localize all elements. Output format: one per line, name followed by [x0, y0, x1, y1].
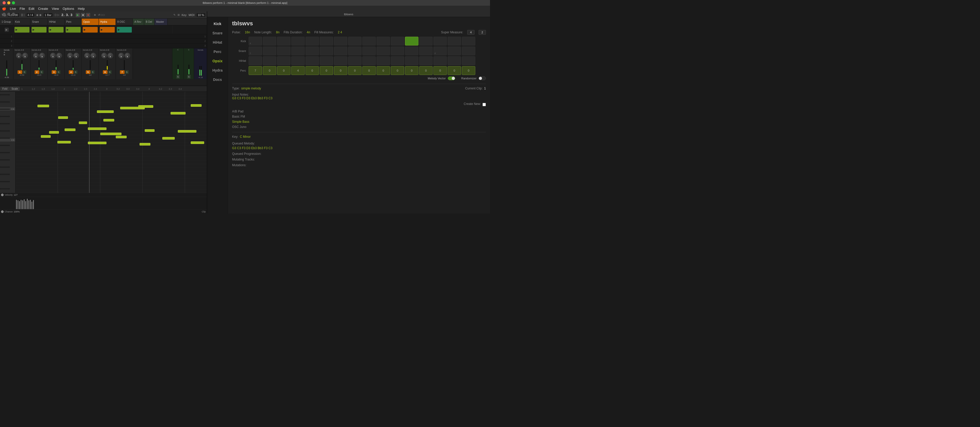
- pulse-value[interactable]: 16n: [245, 30, 250, 34]
- perc-cell-12[interactable]: 0: [405, 66, 418, 75]
- nav-hydra[interactable]: Hydra: [207, 66, 228, 75]
- note-block[interactable]: [178, 130, 196, 132]
- 8osc-s-btn[interactable]: S: [125, 70, 129, 74]
- hihat-cell-10[interactable]: [377, 56, 390, 65]
- nav-kick[interactable]: Kick: [207, 19, 228, 29]
- snare-s-btn[interactable]: S: [40, 70, 43, 74]
- group-clip-cell[interactable]: ▶: [0, 25, 13, 34]
- note-block[interactable]: [65, 129, 75, 131]
- kick-clip-cell[interactable]: ▶: [13, 26, 30, 33]
- note-block[interactable]: [162, 137, 175, 140]
- snare-cell-9[interactable]: [362, 46, 376, 55]
- key-value[interactable]: C Minor: [240, 135, 251, 139]
- note-block[interactable]: [38, 105, 49, 107]
- note-block[interactable]: [88, 127, 107, 130]
- super-measure-input-1[interactable]: [467, 30, 474, 35]
- opsix-knob-a[interactable]: [84, 53, 90, 58]
- menu-file[interactable]: File: [20, 7, 25, 11]
- master-fader-r[interactable]: [201, 66, 202, 76]
- kick-cell-2[interactable]: [263, 37, 276, 46]
- note-block[interactable]: [49, 131, 59, 134]
- 8osc-clip-cell[interactable]: ▶: [116, 26, 133, 33]
- snare-cell-5[interactable]: [305, 46, 319, 55]
- kick-cell-14[interactable]: [433, 37, 447, 46]
- perc-cell-4[interactable]: 4: [291, 66, 305, 75]
- hihat-fader[interactable]: [56, 60, 57, 70]
- 8osc-clip[interactable]: ▶: [117, 27, 132, 33]
- hydra-knob-b[interactable]: [108, 53, 113, 58]
- note-block[interactable]: [191, 142, 204, 144]
- group-fader-track[interactable]: [6, 60, 7, 76]
- hihat-cell-3[interactable]: [277, 56, 291, 65]
- opsix-knob-b[interactable]: [91, 53, 96, 58]
- hihat-cell-14[interactable]: [433, 56, 447, 65]
- nav-hihat[interactable]: HiHat: [207, 38, 228, 47]
- apple-menu[interactable]: 🍎: [2, 7, 6, 11]
- kick-cell-10[interactable]: [377, 37, 390, 46]
- hihat-cell-4[interactable]: [291, 56, 305, 65]
- note-block[interactable]: [140, 143, 150, 145]
- a-rev-s[interactable]: S: [176, 75, 180, 78]
- note-block[interactable]: [79, 121, 87, 124]
- note-block[interactable]: [57, 141, 71, 143]
- snare-cell-2[interactable]: [263, 46, 276, 55]
- opsix-clip-cell[interactable]: ▶: [82, 26, 99, 33]
- zoom-value[interactable]: 10 %: [197, 13, 205, 17]
- super-measure-input-2[interactable]: [479, 30, 486, 35]
- perc-cell-2[interactable]: 0: [263, 66, 276, 75]
- kick-cell-16[interactable]: [462, 37, 475, 46]
- perc-cell-3[interactable]: 0: [277, 66, 291, 75]
- hihat-cell-1[interactable]: [249, 56, 262, 65]
- perc-cell-15[interactable]: 0: [448, 66, 461, 75]
- 8osc-knob-b[interactable]: [124, 53, 130, 58]
- perc-cell-6[interactable]: 0: [320, 66, 333, 75]
- snare-clip[interactable]: ▶: [32, 27, 46, 33]
- kick-fader[interactable]: [21, 60, 22, 70]
- menu-options[interactable]: Options: [62, 7, 74, 11]
- hihat-clip[interactable]: ▶: [49, 27, 64, 33]
- type-value[interactable]: simple melody: [241, 87, 261, 90]
- note-block[interactable]: [41, 135, 51, 138]
- menu-view[interactable]: View: [52, 7, 59, 11]
- opsix-s-btn[interactable]: S: [91, 70, 95, 74]
- hihat-cell-15[interactable]: [448, 56, 461, 65]
- perc-cell-9[interactable]: 0: [362, 66, 376, 75]
- kick-cell-1[interactable]: 4: [249, 37, 262, 46]
- master-fader[interactable]: [199, 66, 200, 76]
- 8osc-knob-a[interactable]: [118, 53, 124, 58]
- hihat-s-btn[interactable]: S: [57, 70, 60, 74]
- perc-cell-11[interactable]: 0: [391, 66, 404, 75]
- maximize-button[interactable]: [12, 1, 15, 5]
- nav-perc[interactable]: Perc: [207, 47, 228, 56]
- input-notes-value[interactable]: G3 C3 F3 D3 Eb3 Bb3 F3 C3: [232, 96, 272, 100]
- hihat-cell-16[interactable]: [462, 56, 475, 65]
- snare-cell-15[interactable]: [448, 46, 461, 55]
- minimize-button[interactable]: [7, 1, 10, 5]
- note-length-value[interactable]: 8n: [276, 30, 279, 34]
- snare-cell-7[interactable]: [334, 46, 347, 55]
- hihat-clip-cell[interactable]: ▶: [48, 26, 65, 33]
- a-rev-fader[interactable]: [178, 65, 178, 75]
- plugin-max-btn[interactable]: [12, 13, 15, 16]
- velocity-mode-btn[interactable]: [1, 194, 4, 196]
- menu-create[interactable]: Create: [38, 7, 48, 11]
- note-block[interactable]: [97, 110, 114, 113]
- perc-knob-b[interactable]: [73, 53, 79, 58]
- window-controls[interactable]: [3, 1, 15, 5]
- snare-cell-4[interactable]: [291, 46, 305, 55]
- create-new-checkbox[interactable]: [482, 103, 486, 106]
- kick-cell-9[interactable]: [362, 37, 376, 46]
- snare-cell-8[interactable]: [348, 46, 361, 55]
- stop-button[interactable]: ■: [81, 13, 85, 17]
- perc-cell-16[interactable]: 0: [462, 66, 475, 75]
- kick-cell-12[interactable]: [405, 37, 418, 46]
- note-block[interactable]: [103, 119, 114, 121]
- hihat-cell-13[interactable]: [419, 56, 433, 65]
- perc-cell-10[interactable]: 0: [377, 66, 390, 75]
- velocity-bars-container[interactable]: [16, 197, 207, 210]
- nav-docs[interactable]: Docs: [207, 75, 228, 84]
- kick-cell-4[interactable]: [291, 37, 305, 46]
- perc-cell-8[interactable]: 0: [348, 66, 361, 75]
- snare-cell-3[interactable]: [277, 46, 291, 55]
- snare-cell-10[interactable]: [377, 46, 390, 55]
